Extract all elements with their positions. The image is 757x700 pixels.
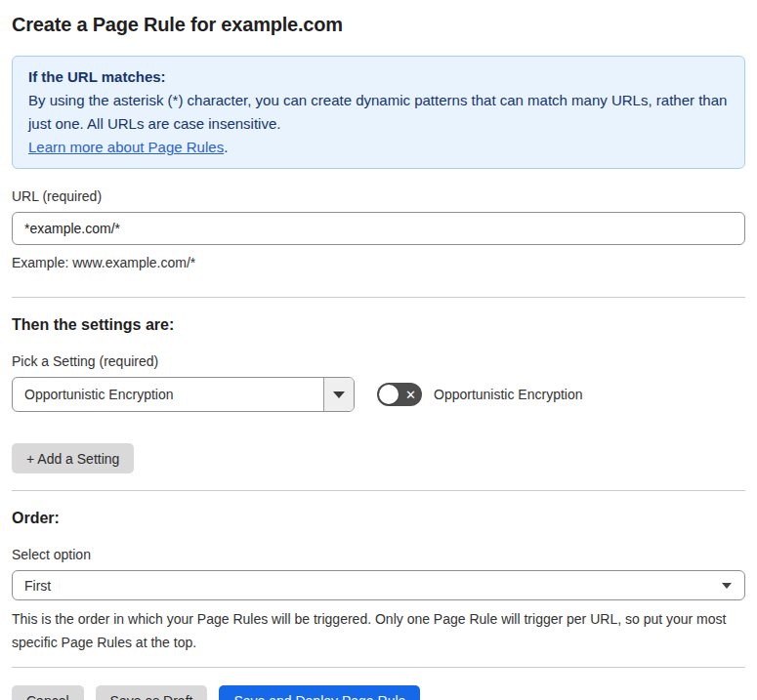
- order-select-value: First: [13, 578, 51, 594]
- info-box-heading: If the URL matches:: [28, 65, 729, 89]
- footer-divider: [12, 667, 745, 668]
- url-field-label: URL (required): [12, 188, 745, 204]
- toggle-off-x-icon: ✕: [405, 389, 416, 401]
- order-select[interactable]: First: [12, 570, 745, 600]
- section-divider: [12, 490, 745, 491]
- setting-select-arrow-button[interactable]: [323, 378, 354, 411]
- order-section-heading: Order:: [12, 510, 745, 527]
- order-help-text: This is the order in which your Page Rul…: [12, 607, 742, 654]
- toggle-knob: [379, 385, 399, 404]
- settings-section-heading: Then the settings are:: [12, 316, 745, 334]
- setting-select[interactable]: Opportunistic Encryption: [12, 377, 355, 412]
- info-link-line: Learn more about Page Rules.: [28, 136, 729, 159]
- create-page-rule-form: Create a Page Rule for example.com If th…: [0, 0, 757, 700]
- footer-actions: Cancel Save as Draft Save and Deploy Pag…: [12, 685, 745, 700]
- toggle-setting-label: Opportunistic Encryption: [434, 387, 583, 402]
- learn-more-link[interactable]: Learn more about Page Rules: [28, 139, 224, 155]
- section-divider: [12, 297, 745, 298]
- url-input[interactable]: [12, 212, 745, 245]
- link-suffix-period: .: [224, 139, 228, 155]
- caret-down-icon: [333, 391, 345, 398]
- url-example-text: Example: www.example.com/*: [12, 253, 745, 272]
- setting-row: Opportunistic Encryption ✕ Opportunistic…: [12, 377, 745, 412]
- save-draft-button[interactable]: Save as Draft: [96, 685, 208, 700]
- url-match-info-box: If the URL matches: By using the asteris…: [12, 56, 745, 169]
- setting-select-value: Opportunistic Encryption: [13, 387, 174, 402]
- page-title: Create a Page Rule for example.com: [12, 13, 745, 36]
- caret-down-icon: [722, 583, 732, 589]
- opportunistic-encryption-toggle[interactable]: ✕: [377, 383, 422, 406]
- order-select-label: Select option: [12, 547, 745, 562]
- add-setting-button[interactable]: + Add a Setting: [12, 443, 134, 474]
- save-deploy-button[interactable]: Save and Deploy Page Rule: [219, 685, 420, 700]
- info-box-body: By using the asterisk (*) character, you…: [28, 89, 729, 136]
- cancel-button[interactable]: Cancel: [12, 685, 84, 700]
- pick-setting-label: Pick a Setting (required): [12, 353, 745, 369]
